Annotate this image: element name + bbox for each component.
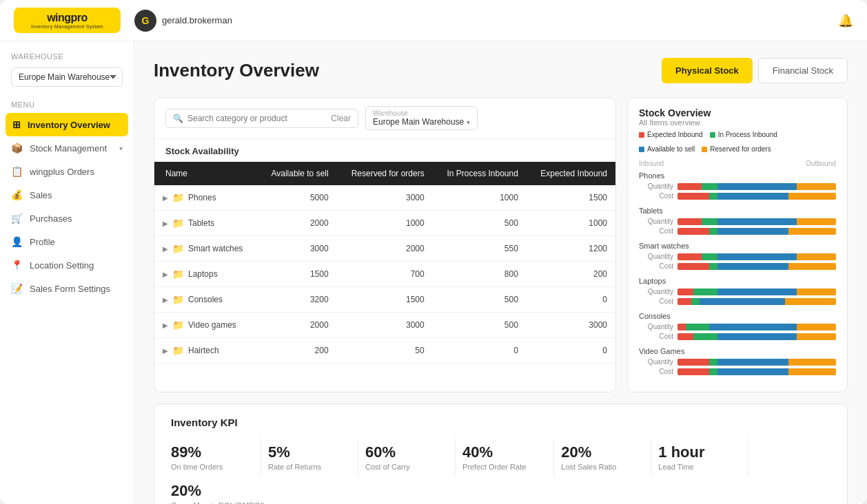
bar-segment bbox=[702, 183, 717, 190]
expand-arrow-icon[interactable]: ▶ bbox=[163, 194, 168, 202]
warehouse-select-wrap: Europe Main Warehouse bbox=[0, 65, 134, 95]
legend-color bbox=[710, 132, 715, 138]
warehouse-select[interactable]: Europe Main Warehouse bbox=[11, 67, 123, 87]
kpi-label: On time Orders bbox=[171, 463, 233, 471]
table-row: ▶ 📁 Tablets 2000 1000 500 1000 bbox=[154, 211, 615, 236]
bar-segment bbox=[693, 333, 717, 340]
bar-segment bbox=[717, 333, 797, 340]
kpi-divider bbox=[651, 438, 651, 476]
bar-track bbox=[677, 263, 836, 270]
cell-reserved: 3000 bbox=[337, 185, 433, 211]
box-icon: 📦 bbox=[11, 143, 23, 154]
chart-header: Stock Overview All Items overview bbox=[639, 107, 836, 127]
sidebar-item-sales[interactable]: 💰 Sales bbox=[0, 183, 134, 207]
chevron-down-icon: ▾ bbox=[467, 118, 470, 126]
bar-sublabel: Cost bbox=[639, 192, 673, 200]
sidebar-item-label: Profile bbox=[30, 237, 55, 247]
bar-segment bbox=[788, 263, 836, 270]
folder-icon: 📁 bbox=[172, 345, 184, 356]
sidebar-item-purchases[interactable]: 🛒 Purchases bbox=[0, 207, 134, 230]
cell-in-process: 550 bbox=[433, 236, 527, 262]
stock-table: Name Available to sell Reserved for orde… bbox=[154, 162, 615, 364]
bar-segment bbox=[709, 324, 797, 330]
stock-availability-title: Stock Availability bbox=[154, 139, 615, 162]
kpi-value: 40% bbox=[462, 443, 526, 461]
chart-title: Stock Overview bbox=[639, 107, 836, 118]
expand-arrow-icon[interactable]: ▶ bbox=[163, 347, 168, 355]
expand-arrow-icon[interactable]: ▶ bbox=[163, 322, 168, 329]
outbound-label: Outbound bbox=[806, 160, 836, 167]
expand-arrow-icon[interactable]: ▶ bbox=[163, 245, 168, 253]
location-icon: 📍 bbox=[11, 260, 23, 271]
cell-expected: 3000 bbox=[527, 313, 615, 338]
search-input[interactable] bbox=[187, 114, 327, 123]
kpi-value: 89% bbox=[171, 443, 233, 461]
bar-segment bbox=[677, 263, 709, 270]
legend-item: Available to sell bbox=[639, 145, 695, 153]
bar-segment bbox=[677, 228, 709, 235]
kpi-item: 20%Lost Sales Ratio bbox=[561, 438, 644, 476]
warehouse-filter[interactable]: Warehouse Europe Main Warehouse ▾ bbox=[365, 106, 478, 130]
bar-segment bbox=[691, 298, 700, 305]
sidebar-item-inventory-overview[interactable]: ⊞ Inventory Overview bbox=[6, 113, 128, 136]
chart-bar-row: Cost bbox=[639, 192, 836, 200]
sidebar-item-profile[interactable]: 👤 Profile bbox=[0, 230, 134, 253]
logo-title: wingpro bbox=[47, 12, 88, 24]
bar-segment bbox=[677, 368, 709, 375]
bar-segment bbox=[709, 228, 717, 235]
bar-segment bbox=[677, 218, 702, 225]
sidebar-item-location-setting[interactable]: 📍 Location Setting bbox=[0, 253, 134, 277]
bar-segment bbox=[717, 263, 789, 270]
expand-arrow-icon[interactable]: ▶ bbox=[163, 296, 168, 304]
search-icon: 🔍 bbox=[173, 114, 183, 123]
chart-bar-row: Cost bbox=[639, 227, 836, 235]
table-row: ▶ 📁 Hairtech 200 50 0 0 bbox=[154, 338, 615, 364]
kpi-label: Cost of Carry bbox=[365, 463, 427, 471]
profile-icon: 👤 bbox=[11, 236, 23, 247]
cell-name: ▶ 📁 Consoles bbox=[154, 287, 258, 313]
sales-icon: 💰 bbox=[11, 189, 23, 200]
cell-in-process: 1000 bbox=[433, 185, 527, 211]
bar-segment bbox=[677, 324, 686, 330]
bar-segment bbox=[709, 193, 717, 200]
sidebar-item-sales-form-settings[interactable]: 📝 Sales Form Settings bbox=[0, 277, 134, 300]
chart-legend: Expected InboundIn Process InboundAvaila… bbox=[639, 131, 836, 153]
kpi-divider bbox=[261, 438, 261, 476]
bar-segment bbox=[797, 218, 837, 225]
sidebar-item-stock-management[interactable]: 📦 Stock Management ▾ bbox=[0, 136, 134, 160]
legend-label: Expected Inbound bbox=[647, 131, 703, 138]
chart-bar-row: Quantity bbox=[639, 253, 836, 260]
sidebar-item-wingplus-orders[interactable]: 📋 wingplus Orders bbox=[0, 160, 134, 183]
bar-sublabel: Cost bbox=[639, 333, 673, 340]
chart-group-label: Consoles bbox=[639, 312, 836, 320]
logo-sub: Inventory Management System bbox=[31, 24, 103, 29]
bar-track bbox=[677, 298, 836, 305]
username: gerald.brokerman bbox=[162, 15, 232, 25]
notification-bell-icon[interactable]: 🔔 bbox=[838, 13, 853, 28]
expand-arrow-icon[interactable]: ▶ bbox=[163, 271, 168, 278]
bar-segment bbox=[717, 253, 797, 260]
legend-color bbox=[639, 132, 644, 138]
bar-segment bbox=[717, 218, 797, 225]
chart-subtitle: All Items overview bbox=[639, 118, 836, 127]
chart-bar-row: Cost bbox=[639, 333, 836, 340]
financial-stock-button[interactable]: Financial Stock bbox=[758, 58, 848, 83]
kpi-divider bbox=[553, 438, 554, 476]
physical-stock-button[interactable]: Physical Stock bbox=[662, 58, 753, 83]
clear-button[interactable]: Clear bbox=[331, 114, 351, 123]
table-row: ▶ 📁 Phones 5000 3000 1000 1500 bbox=[154, 185, 615, 211]
row-name: Consoles bbox=[188, 295, 223, 304]
folder-icon: 📁 bbox=[172, 294, 184, 305]
expand-arrow-icon[interactable]: ▶ bbox=[163, 220, 168, 227]
bar-segment bbox=[717, 368, 789, 375]
bar-segment bbox=[677, 253, 702, 260]
chart-group: Laptops Quantity Cost bbox=[639, 277, 836, 305]
kpi-divider bbox=[748, 438, 748, 476]
table-row: ▶ 📁 Laptops 1500 700 800 200 bbox=[154, 262, 615, 287]
bar-track bbox=[677, 218, 836, 225]
chart-bar-row: Cost bbox=[639, 297, 836, 305]
bar-segment bbox=[797, 183, 837, 190]
bar-track bbox=[677, 228, 836, 235]
kpi-divider bbox=[358, 438, 358, 476]
table-row: ▶ 📁 Consoles 3200 1500 500 0 bbox=[154, 287, 615, 313]
